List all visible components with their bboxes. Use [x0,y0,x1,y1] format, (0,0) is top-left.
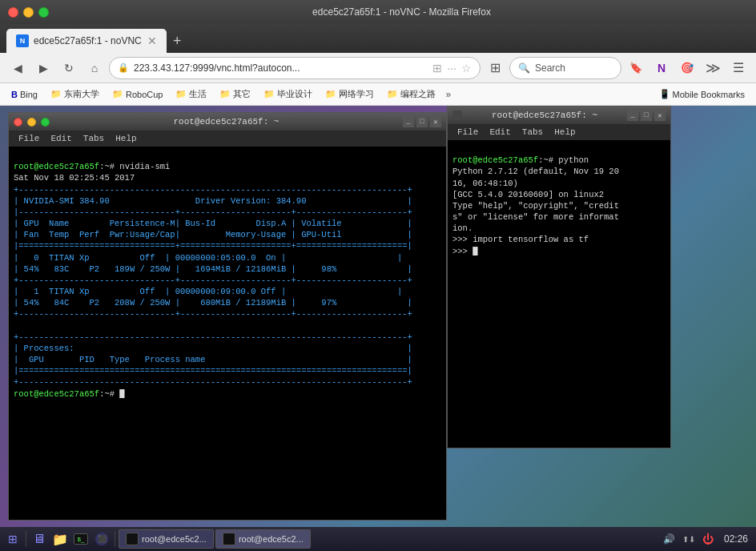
term2-menu-help[interactable]: Help [549,126,580,139]
terminal-2-titlebar: root@edce5c27a65f: ~ _ □ ✕ [448,107,670,124]
terminal-1-titlebar: root@edce5c27a65f: ~ _ □ ✕ [9,113,446,131]
active-tab[interactable]: N edce5c27a65f:1 - noVNC ✕ [6,29,167,53]
folder-icon: 📁 [219,89,231,99]
term2-wm-min[interactable]: _ [627,110,638,121]
term2-icon [452,111,462,120]
taskbar-browser-icon[interactable]: ⬛ [92,529,111,549]
bookmark-robocup[interactable]: 📁 RoboCup [107,87,167,101]
bookmark-life-label: 生活 [189,88,207,100]
terminal-2-wm-buttons: _ □ ✕ [627,110,666,121]
folder-icon: 📁 [387,89,398,99]
new-tab-button[interactable]: + [173,33,182,50]
taskbar: ⊞ 🖥 📁 $_ ⬛ root@edce5c2... root@edce5c2.… [0,527,756,551]
folder-icon: 📁 [112,89,123,99]
search-box[interactable]: 🔍 Search [509,57,621,79]
maximize-button[interactable] [38,7,49,18]
term1-wm-min[interactable]: _ [403,116,414,127]
titlebar: edce5c27a65f:1 - noVNC - Mozilla Firefox [0,0,756,24]
back-button[interactable]: ◀ [6,57,29,79]
term1-wm-max[interactable]: □ [416,116,428,127]
term1-max-button[interactable] [41,118,50,127]
more-icon: ··· [447,62,456,74]
menu-icon[interactable]: ☰ [727,57,750,79]
close-button[interactable] [8,7,18,18]
bookmark-seu-label: 东南大学 [64,88,99,100]
taskbar-term1-icon [126,533,139,545]
traffic-lights [8,7,49,18]
tab-label: edce5c27a65f:1 - noVNC [34,35,142,46]
term2-menu-edit[interactable]: Edit [485,126,515,139]
terminal-1-wm-buttons: _ □ ✕ [403,116,441,127]
bookmarks-overflow-button[interactable]: » [445,89,451,100]
qr-icon: ⊞ [432,62,442,74]
taskbar-time: 02:26 [719,533,753,545]
term2-wm-close[interactable]: ✕ [654,110,666,121]
taskbar-term2-label: root@edce5c2... [239,534,304,544]
term1-close-button[interactable] [14,118,22,127]
pocket-icon[interactable]: 🎯 [676,57,698,79]
forward-button[interactable]: ▶ [32,57,54,79]
term1-menu-edit[interactable]: Edit [46,132,76,145]
folder-icon: 📁 [325,89,336,99]
bookmark-thesis[interactable]: 📁 毕业设计 [259,86,317,102]
terminal-1-menubar: File Edit Tabs Help [9,131,446,147]
browser-frame: edce5c27a65f:1 - noVNC - Mozilla Firefox… [0,0,756,551]
taskbar-term1[interactable]: root@edce5c2... [119,529,214,549]
folder-icon: 📁 [50,89,62,99]
taskbar-start-button[interactable]: ⊞ [3,529,22,549]
tab-close-button[interactable]: ✕ [147,34,157,47]
extensions-icon[interactable]: ⊞ [484,57,506,79]
lock-icon: 🔒 [118,62,129,73]
reload-button[interactable]: ↻ [58,57,80,79]
search-label: Search [535,62,565,74]
onenote-icon[interactable]: N [650,57,673,79]
bookmark-life[interactable]: 📁 生活 [171,86,211,102]
toolbar: ◀ ▶ ↻ ⌂ 🔒 223.3.43.127:9999/vnc.html?aut… [0,53,756,83]
taskbar-separator-2 [115,531,115,547]
volume-icon[interactable]: 🔊 [662,531,678,547]
taskbar-term2-icon [223,533,235,545]
term2-menu-file[interactable]: File [452,126,483,139]
folder-icon: 📁 [263,89,275,99]
overflow-icon[interactable]: ≫ [702,57,724,79]
system-tray: 🔊 ⬆⬇ ⏻ 02:26 [662,531,753,547]
term1-wm-close[interactable]: ✕ [430,116,441,127]
term2-menu-tabs[interactable]: Tabs [517,126,548,139]
bookmark-star-icon[interactable]: ☆ [461,62,472,74]
term2-wm-max[interactable]: □ [641,110,652,121]
tabbar: N edce5c27a65f:1 - noVNC ✕ + [0,24,756,53]
bookmark-bing-label: Bing [20,90,38,99]
bookmark-robocup-label: RoboCup [126,90,163,99]
power-icon[interactable]: ⏻ [700,531,716,547]
search-icon: 🔍 [518,62,530,74]
terminal-2-menubar: File Edit Tabs Help [448,124,670,140]
toolbar-icons: ⊞ [484,57,506,79]
bookmark-coding-label: 编程之路 [400,88,436,100]
home-button[interactable]: ⌂ [83,57,106,79]
mobile-bookmarks[interactable]: 📱 Mobile Bookmarks [654,87,750,101]
taskbar-term2[interactable]: root@edce5c2... [215,529,311,549]
address-bar[interactable]: 🔒 223.3.43.127:9999/vnc.html?autocon... … [109,57,481,79]
bookmark-netlearn[interactable]: 📁 网络学习 [320,86,379,102]
window-title: edce5c27a65f:1 - noVNC - Mozilla Firefox [55,6,748,18]
term1-menu-file[interactable]: File [14,132,44,145]
bookmark-bing[interactable]: B Bing [6,88,42,101]
browser-body: root@edce5c27a65f: ~ _ □ ✕ File Edit Tab… [0,106,756,551]
bookmark-netlearn-label: 网络学习 [339,88,374,100]
bookmark-seu[interactable]: 📁 东南大学 [46,86,104,102]
term1-min-button[interactable] [27,118,36,127]
term1-menu-tabs[interactable]: Tabs [78,132,109,145]
bookmarks-icon[interactable]: 🔖 [625,57,647,79]
network-icon[interactable]: ⬆⬇ [681,531,697,547]
taskbar-files-icon[interactable]: 📁 [50,529,70,549]
bookmark-coding[interactable]: 📁 编程之路 [382,86,440,102]
taskbar-show-desktop[interactable]: 🖥 [30,529,49,549]
terminal-1-content: root@edce5c27a65f:~# nvidia-smi Sat Nov … [9,147,446,414]
mobile-bookmarks-icon: 📱 [659,89,670,99]
term1-menu-help[interactable]: Help [111,132,141,145]
taskbar-term1-label: root@edce5c2... [142,534,207,544]
minimize-button[interactable] [23,7,34,18]
terminal-window-1: root@edce5c27a65f: ~ _ □ ✕ File Edit Tab… [8,112,447,521]
bookmark-other[interactable]: 📁 其它 [215,86,255,102]
taskbar-terminal-quick[interactable]: $_ [71,529,90,549]
